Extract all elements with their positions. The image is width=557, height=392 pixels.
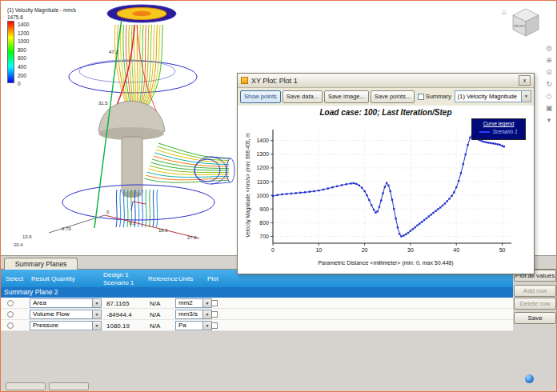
plot-checkbox[interactable]	[211, 322, 218, 329]
legend-tick: 1000	[18, 38, 29, 44]
svg-text:0: 0	[271, 247, 274, 253]
col-select: Select	[6, 275, 23, 282]
col-plot: Plot	[207, 275, 218, 282]
units-combo[interactable]: Pa ▼	[175, 321, 212, 330]
axis-tick-r3: 27.9	[187, 235, 197, 240]
reference-cell: N/A	[150, 311, 160, 318]
velocity-legend: (1) Velocity Magnitude - mm/s 1475.6 140…	[7, 7, 97, 85]
x-axis-title: Parametric Distance <millimeter> (min: 0…	[254, 260, 518, 266]
svg-text:800: 800	[259, 220, 269, 226]
combo-value: Area	[33, 299, 46, 307]
summary-checkbox[interactable]	[418, 94, 423, 100]
svg-text:50: 50	[499, 247, 506, 253]
value-cell: 1080.19	[106, 322, 130, 330]
app-window: 0 9.3 18.6 27.9 6.79 13.6 20.4 47.2 31.5…	[0, 0, 557, 392]
units-combo[interactable]: mm3/s ▼	[175, 310, 212, 319]
plot-checkbox[interactable]	[211, 300, 218, 306]
plot-checkbox[interactable]	[211, 311, 218, 318]
result-quantity-combo[interactable]: Pressure ▼	[30, 321, 102, 330]
units-combo[interactable]: mm2 ▼	[175, 298, 212, 308]
more-options-icon[interactable]: ▾	[547, 116, 551, 124]
col-units: Units	[178, 275, 193, 282]
table-row: Pressure ▼ 1080.19 N/A Pa ▼	[1, 320, 513, 331]
save-data-button[interactable]: Save data...	[283, 90, 323, 103]
show-points-button[interactable]: Show points	[240, 90, 281, 103]
status-sphere-icon[interactable]	[525, 374, 534, 383]
view-cube[interactable]: FRONT	[508, 4, 543, 39]
xy-plot-titlebar[interactable]: XY Plot: Plot 1 x	[238, 74, 534, 88]
svg-text:1000: 1000	[256, 193, 269, 198]
axis-tick-l3: 20.4	[14, 242, 23, 247]
table-row: Volume Flow ▼ -84944.4 N/A mm3/s ▼	[1, 309, 513, 320]
legend-tick: 600	[18, 55, 26, 61]
orbit-icon[interactable]: ↻	[546, 80, 552, 88]
svg-text:20: 20	[362, 247, 368, 253]
svg-text:1300: 1300	[256, 151, 269, 157]
result-quantity-combo[interactable]: Volume Flow ▼	[30, 310, 102, 319]
tab-summary-planes[interactable]: Summary Planes	[4, 258, 78, 270]
result-quantity-combo[interactable]: Area ▼	[30, 298, 102, 308]
svg-text:700: 700	[259, 234, 269, 239]
chevron-down-icon: ▼	[202, 322, 211, 330]
xy-plot-toolbar: Show points Save data... Save image... S…	[238, 88, 534, 105]
quantity-select[interactable]: (1) Velocity Magnitude ▼	[455, 90, 531, 102]
legend-line-sample	[479, 131, 490, 133]
viewcube-settings-icon[interactable]: ▣	[546, 104, 553, 112]
viewport-3d[interactable]: 0 9.3 18.6 27.9 6.79 13.6 20.4 47.2 31.5…	[1, 1, 241, 255]
front-face-label: FRONT	[514, 24, 526, 28]
streamlines-inlet	[114, 25, 162, 110]
quantity-select-value: (1) Velocity Magnitude	[458, 93, 517, 100]
col-reference: Reference	[148, 275, 178, 282]
svg-text:1400: 1400	[256, 138, 269, 143]
select-radio[interactable]	[7, 322, 14, 329]
combo-value: Volume Flow	[33, 310, 70, 318]
xy-plot-canvas: Load case: 100; Last Iteration/Step Curv…	[238, 106, 534, 274]
parametric-label-upper: 47.2	[109, 50, 118, 54]
chart-title: Load case: 100; Last Iteration/Step	[238, 108, 534, 117]
legend-tick: 1400	[18, 22, 29, 27]
legend-entry-scenario-1: Scenario 1	[492, 129, 517, 134]
save-button[interactable]: Save	[514, 312, 556, 324]
look-at-icon[interactable]: ◇	[547, 92, 552, 100]
chevron-down-icon: ▼	[202, 310, 211, 318]
bottom-tab[interactable]	[49, 382, 89, 390]
save-points-button[interactable]: Save points...	[371, 90, 415, 103]
zoom-icon[interactable]: ⊙	[546, 68, 552, 76]
legend-max-value: 1475.6	[7, 14, 97, 20]
group-row-summary-plane-2: Summary Plane 2	[1, 287, 513, 298]
pan-icon[interactable]: ⊕	[546, 56, 552, 64]
add-row-button[interactable]: Add row	[514, 285, 556, 297]
summary-planes-panel: Summary Planes Select Result Quantity De…	[1, 255, 557, 392]
save-image-button[interactable]: Save image...	[324, 90, 369, 103]
reference-cell: N/A	[150, 322, 160, 330]
axis-tick-l1: 6.79	[62, 226, 71, 231]
svg-text:1200: 1200	[256, 165, 269, 170]
svg-text:40: 40	[453, 247, 459, 253]
navigation-toolbar: ◎ ⊕ ⊙ ↻ ◇ ▣ ▾	[543, 44, 555, 124]
axis-tick-l2: 13.6	[22, 234, 32, 239]
combo-value: mm2	[178, 299, 193, 307]
plot-window-icon	[241, 77, 248, 84]
delete-row-button[interactable]: Delete row	[514, 298, 556, 310]
parametric-label-lower: 31.5	[98, 101, 108, 106]
summary-checkbox-label: Summary	[426, 93, 451, 100]
legend-colorbar	[7, 21, 14, 83]
axis-tick-origin: 0	[106, 210, 110, 214]
select-radio[interactable]	[7, 311, 14, 318]
curve-legend-title: Curve legend	[472, 121, 525, 126]
valve-body	[98, 101, 165, 198]
table-row: Area ▼ 87.1165 N/A mm2 ▼	[1, 298, 513, 309]
home-icon[interactable]: ⌂	[502, 7, 507, 16]
close-button[interactable]: x	[519, 75, 531, 86]
bottom-tab[interactable]	[6, 382, 46, 390]
value-cell: 87.1165	[106, 300, 129, 307]
curve-legend: Curve legend Scenario 1	[471, 118, 526, 140]
combo-value: Pa	[178, 322, 186, 330]
legend-tick: 400	[18, 64, 26, 70]
col-result-quantity: Result Quantity	[31, 275, 75, 282]
select-radio[interactable]	[7, 300, 14, 306]
svg-text:10: 10	[315, 247, 322, 253]
chevron-down-icon: ▼	[521, 91, 531, 102]
legend-tick: 800	[18, 47, 26, 53]
full-navigation-wheel-icon[interactable]: ◎	[546, 44, 552, 52]
